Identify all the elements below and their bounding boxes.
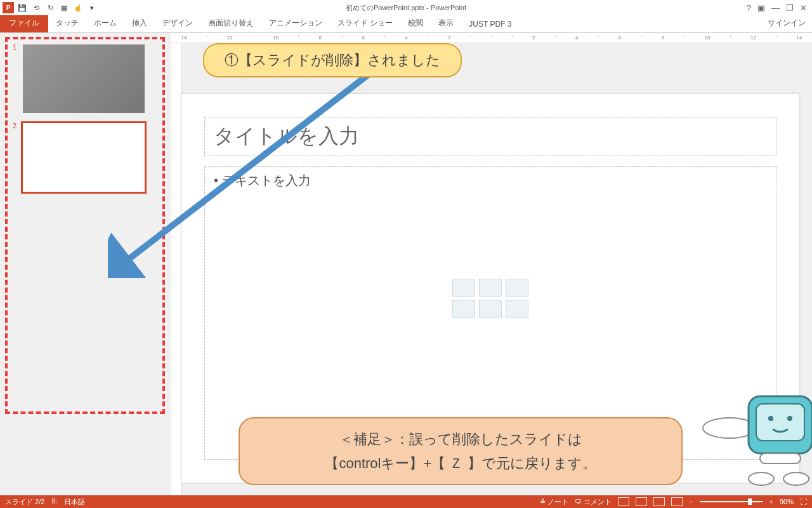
annotation-callout-1: ①【スライドが削除】されました [203, 43, 462, 77]
annotation-callout-2: ＜補足＞：誤って削除したスライドは 【controlキー】+【 Ｚ 】で元に戻り… [239, 417, 683, 485]
horizontal-ruler: 14'12' 10'8' 6'4' 2''' 2'4' 6'8' 10'12' … [171, 33, 812, 43]
tab-slideshow[interactable]: スライド ショー [330, 14, 400, 32]
notes-button[interactable]: ≙ ノート [540, 497, 568, 507]
tab-touch[interactable]: タッチ [48, 14, 86, 32]
window-controls: ? ▣ — ❐ ✕ [747, 3, 812, 13]
vertical-ruler [171, 43, 181, 495]
normal-view-icon[interactable] [618, 497, 629, 506]
quick-access-toolbar: P 💾 ⟲ ↻ ▦ ☝ ▾ [0, 2, 98, 13]
tab-review[interactable]: 校閲 [400, 14, 431, 32]
comments-button[interactable]: 🗨 コメント [575, 497, 612, 507]
tab-justpdf[interactable]: JUST PDF 3 [461, 16, 519, 32]
status-bar: スライド 2/2 ⎘ 日本語 ≙ ノート 🗨 コメント − + 90% ⛶ [0, 495, 812, 508]
body-text: • テキストを入力 [214, 172, 767, 189]
start-from-beginning-icon[interactable]: ▦ [58, 2, 70, 13]
ribbon-display-options-icon[interactable]: ▣ [757, 3, 765, 13]
annotation-dashed-region: 1 2 [5, 37, 165, 414]
slide-sorter-view-icon[interactable] [636, 497, 647, 506]
zoom-knob[interactable] [748, 498, 752, 505]
insert-online-picture-icon[interactable] [479, 300, 502, 318]
title-bar: P 💾 ⟲ ↻ ▦ ☝ ▾ 初めてのPowerPoint.pptx - Powe… [0, 0, 812, 15]
insert-chart-icon[interactable] [479, 279, 502, 297]
close-icon[interactable]: ✕ [800, 3, 807, 13]
svg-point-5 [768, 416, 773, 421]
svg-rect-7 [760, 453, 801, 464]
svg-point-6 [787, 416, 792, 421]
tab-home[interactable]: ホーム [86, 14, 124, 32]
insert-table-icon[interactable] [452, 279, 475, 297]
tab-design[interactable]: デザイン [155, 14, 200, 32]
tab-view[interactable]: 表示 [431, 14, 461, 32]
slideshow-view-icon[interactable] [671, 497, 683, 506]
slide-counter: スライド 2/2 [5, 497, 44, 507]
tab-insert[interactable]: 挿入 [124, 14, 155, 32]
insert-video-icon[interactable] [506, 300, 528, 318]
title-text: タイトルを入力 [214, 123, 767, 150]
minimize-icon[interactable]: — [771, 3, 780, 13]
mascot-character [685, 377, 812, 491]
insert-smartart-icon[interactable] [506, 279, 528, 297]
slide-thumbnail-2[interactable]: 2 [23, 123, 145, 192]
content-insert-icons[interactable] [452, 279, 528, 318]
tab-transitions[interactable]: 画面切り替え [200, 14, 261, 32]
insert-picture-icon[interactable] [452, 300, 475, 318]
slide-thumbnail-panel: 1 2 [0, 33, 171, 495]
zoom-in-button[interactable]: + [769, 498, 773, 505]
undo-icon[interactable]: ⟲ [30, 2, 42, 13]
tab-file[interactable]: ファイル [0, 14, 48, 32]
svg-point-9 [783, 472, 809, 485]
language-label[interactable]: 日本語 [64, 497, 85, 507]
callout2-line2: 【controlキー】+【 Ｚ 】で元に戻ります。 [260, 451, 661, 475]
ribbon-tabs: ファイル タッチ ホーム 挿入 デザイン 画面切り替え アニメーション スライド… [0, 15, 812, 33]
svg-point-8 [749, 472, 774, 485]
title-placeholder[interactable]: タイトルを入力 [204, 117, 776, 156]
powerpoint-app-icon: P [3, 2, 14, 13]
zoom-out-button[interactable]: − [689, 498, 693, 505]
save-icon[interactable]: 💾 [16, 2, 28, 13]
sign-in-link[interactable]: サインイン [761, 14, 812, 32]
callout2-line1: ＜補足＞：誤って削除したスライドは [260, 427, 661, 451]
zoom-level[interactable]: 90% [780, 498, 794, 505]
thumb-number: 2 [13, 122, 16, 130]
zoom-slider[interactable] [700, 501, 763, 502]
restore-icon[interactable]: ❐ [786, 3, 794, 13]
svg-rect-4 [756, 404, 804, 441]
qat-dropdown-icon[interactable]: ▾ [86, 2, 98, 13]
redo-icon[interactable]: ↻ [44, 2, 56, 13]
spellcheck-icon[interactable]: ⎘ [52, 497, 56, 507]
touch-mode-icon[interactable]: ☝ [72, 2, 84, 13]
window-title: 初めてのPowerPoint.pptx - PowerPoint [0, 3, 812, 13]
slide-thumbnail-1[interactable]: 1 [23, 44, 145, 113]
reading-view-icon[interactable] [653, 497, 665, 506]
help-icon[interactable]: ? [747, 3, 751, 13]
thumb-number: 1 [13, 43, 16, 51]
fit-to-window-icon[interactable]: ⛶ [800, 498, 807, 505]
tab-animations[interactable]: アニメーション [261, 14, 330, 32]
